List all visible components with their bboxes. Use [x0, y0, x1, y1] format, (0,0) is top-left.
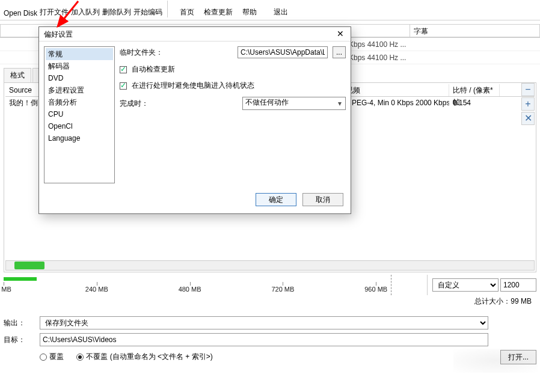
pref-item-general[interactable]: 常规	[46, 48, 113, 60]
disk-icon	[17, 2, 23, 8]
play-icon	[145, 0, 151, 6]
preferences-category-list: 常规 解码器 DVD 多进程设置 音频分析 CPU OpenCl Languag…	[44, 46, 115, 183]
pref-item-audio[interactable]: 音频分析	[46, 96, 113, 108]
dialog-titlebar[interactable]: 偏好设置 ✕	[39, 27, 351, 41]
pref-item-multiproc[interactable]: 多进程设置	[46, 84, 113, 96]
open-disk-button[interactable]: Open Disk	[4, 2, 37, 17]
source-col-video[interactable]: 视频	[342, 84, 449, 96]
no-overwrite-radio-label: 不覆盖 (自动重命名为 <文件名 + 索引>)	[86, 352, 212, 362]
refresh-icon	[215, 0, 221, 6]
prevent-sleep-label: 在进行处理时避免使电脑进入待机状态	[132, 81, 254, 91]
pref-item-cpu[interactable]: CPU	[46, 108, 113, 120]
add-source-button[interactable]: +	[521, 97, 535, 111]
open-disk-label: Open Disk	[4, 9, 37, 17]
output-mode-select[interactable]: 保存到文件夹	[40, 316, 488, 329]
check-update-button[interactable]: 检查更新	[204, 0, 233, 17]
delete-queue-label: 删除队列	[102, 7, 131, 17]
auto-update-label: 自动检查更新	[132, 64, 175, 75]
output-label: 输出：	[4, 318, 34, 328]
size-target-marker[interactable]	[391, 275, 391, 295]
pref-item-dvd[interactable]: DVD	[46, 72, 113, 84]
home-label: 首页	[180, 7, 194, 17]
add-queue-label: 加入队列	[71, 7, 100, 17]
no-overwrite-radio[interactable]: 不覆盖 (自动重命名为 <文件名 + 索引>)	[76, 352, 212, 362]
home-button[interactable]: 首页	[173, 0, 201, 17]
dialog-close-button[interactable]: ✕	[335, 29, 346, 40]
pref-item-language[interactable]: Language	[46, 132, 113, 144]
prevent-sleep-checkbox[interactable]	[120, 82, 127, 90]
add-queue-button[interactable]: 加入队列	[71, 0, 100, 17]
target-label: 目标：	[4, 335, 34, 345]
help-button[interactable]: 帮助	[235, 0, 264, 17]
size-preset-select[interactable]: 自定义	[432, 278, 499, 292]
source-cell-video: MPEG-4, Min 0 Kbps 2000 Kbps Max ...	[342, 97, 449, 109]
scroll-thumb[interactable]	[14, 262, 44, 269]
check-update-label: 检查更新	[204, 7, 233, 17]
on-done-select[interactable]: 不做任何动作	[242, 97, 346, 110]
total-size: 总计大小：99 MB	[0, 296, 532, 307]
size-ruler-row: 0 MB 240 MB 480 MB 720 MB 960 MB 自定义	[4, 275, 536, 295]
auto-update-checkbox[interactable]	[120, 66, 127, 73]
file-icon	[51, 0, 57, 6]
open-folder-button[interactable]: 打开...	[500, 350, 536, 364]
pref-item-opencl[interactable]: OpenCl	[46, 120, 113, 132]
toolbar-separator	[167, 1, 168, 17]
exit-button[interactable]: 退出	[266, 0, 295, 17]
help-label: 帮助	[242, 7, 257, 17]
radio-icon	[76, 354, 84, 361]
main-toolbar: Open Disk 打开文件 加入队列 删除队列 开始编码 首页 检查更新 帮助…	[0, 0, 540, 20]
exit-label: 退出	[274, 7, 288, 17]
overwrite-radio[interactable]: 覆盖	[40, 352, 64, 362]
on-done-label: 完成时：	[120, 99, 168, 109]
remove-source-button[interactable]: −	[521, 83, 535, 96]
close-source-button[interactable]: ✕	[521, 112, 535, 125]
dialog-footer: 确定 取消	[39, 188, 351, 213]
temp-folder-input[interactable]	[238, 46, 328, 58]
target-path-input[interactable]	[40, 333, 488, 346]
start-encode-button[interactable]: 开始编码	[133, 0, 162, 17]
open-file-label: 打开文件	[40, 7, 69, 17]
size-controls: 自定义	[432, 278, 536, 292]
dialog-ok-button[interactable]: 确定	[256, 193, 296, 206]
home-icon	[184, 0, 190, 6]
source-col-bitrate[interactable]: 比特 / (像素*帧	[449, 84, 500, 96]
size-bar	[4, 277, 37, 281]
radio-icon	[40, 354, 47, 361]
source-side-buttons: − + ✕	[521, 83, 535, 125]
overwrite-radio-label: 覆盖	[49, 352, 64, 362]
open-file-button[interactable]: 打开文件	[40, 0, 69, 17]
ruler-tick: 0 MB	[0, 286, 11, 293]
ruler-tick: 240 MB	[85, 286, 108, 293]
source-hscroll[interactable]	[5, 260, 535, 271]
size-ruler[interactable]: 0 MB 240 MB 480 MB 720 MB 960 MB	[4, 275, 428, 295]
dialog-title: 偏好设置	[44, 27, 73, 41]
exit-icon	[278, 0, 284, 6]
preferences-dialog: 偏好设置 ✕ 常规 解码器 DVD 多进程设置 音频分析 CPU OpenCl …	[38, 26, 351, 214]
ruler-tick: 720 MB	[271, 286, 294, 293]
preferences-form: 临时文件夹： ... 自动检查更新 在进行处理时避免使电脑进入待机状态 完成时：…	[120, 46, 346, 183]
temp-folder-browse-button[interactable]: ...	[333, 46, 346, 58]
ruler-tick: 480 MB	[179, 286, 201, 293]
delete-queue-button[interactable]: 删除队列	[102, 0, 131, 17]
plus-icon	[82, 0, 88, 6]
output-section: 输出： 保存到文件夹 目标： 覆盖 不覆盖 (自动重命名为 <文件名 + 索引>…	[4, 316, 536, 364]
start-encode-label: 开始编码	[133, 7, 162, 17]
help-icon	[247, 0, 253, 6]
queue-col-subtitle[interactable]: 字幕	[410, 24, 540, 37]
tab-format[interactable]: 格式	[4, 68, 31, 82]
dialog-cancel-button[interactable]: 取消	[302, 193, 343, 206]
size-value-input[interactable]	[500, 278, 536, 292]
pref-item-decoder[interactable]: 解码器	[46, 60, 113, 72]
minus-icon	[114, 0, 120, 6]
source-cell-bitrate: 0.154	[449, 97, 500, 109]
ruler-tick: 960 MB	[364, 286, 387, 293]
temp-folder-label: 临时文件夹：	[120, 47, 168, 58]
